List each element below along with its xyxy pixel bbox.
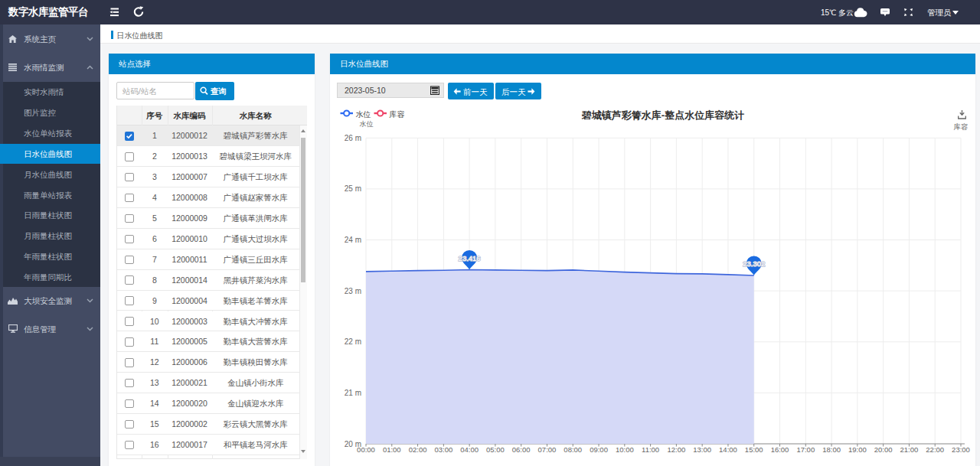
svg-text:22:00: 22:00: [926, 445, 944, 454]
svg-text:26 m: 26 m: [345, 133, 361, 142]
svg-text:01:00: 01:00: [383, 445, 401, 454]
svg-text:23 m: 23 m: [345, 286, 361, 295]
svg-text:21 m: 21 m: [345, 388, 361, 396]
svg-text:23.416: 23.416: [459, 253, 481, 262]
svg-text:03:00: 03:00: [434, 445, 452, 454]
svg-text:23:00: 23:00: [952, 445, 970, 454]
svg-text:00:00: 00:00: [357, 445, 375, 454]
svg-text:24 m: 24 m: [345, 236, 361, 244]
svg-text:11:00: 11:00: [642, 445, 659, 454]
svg-text:10:00: 10:00: [616, 445, 634, 454]
svg-text:25 m: 25 m: [345, 184, 361, 193]
svg-text:22 m: 22 m: [345, 337, 361, 346]
svg-text:06:00: 06:00: [512, 445, 531, 454]
svg-text:07:00: 07:00: [538, 445, 557, 454]
svg-text:05:00: 05:00: [486, 445, 505, 454]
svg-text:09:00: 09:00: [590, 445, 608, 454]
svg-text:19:00: 19:00: [848, 445, 867, 454]
svg-text:21:00: 21:00: [900, 445, 919, 454]
svg-text:12:00: 12:00: [667, 445, 685, 454]
svg-text:16:00: 16:00: [771, 445, 789, 454]
svg-text:17:00: 17:00: [796, 445, 815, 454]
svg-text:15:00: 15:00: [745, 445, 763, 454]
svg-text:20:00: 20:00: [874, 445, 893, 454]
svg-text:13:00: 13:00: [693, 445, 711, 454]
svg-text:04:00: 04:00: [460, 445, 479, 454]
svg-text:23.302: 23.302: [743, 259, 765, 268]
svg-text:18:00: 18:00: [822, 445, 841, 454]
svg-text:02:00: 02:00: [409, 445, 427, 454]
svg-text:14:00: 14:00: [719, 445, 737, 454]
svg-text:08:00: 08:00: [564, 445, 582, 454]
